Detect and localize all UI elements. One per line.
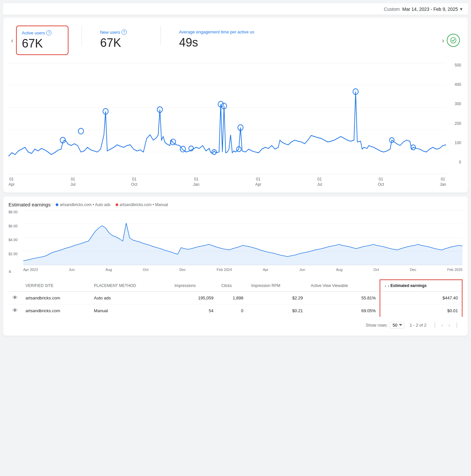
metric-active-users-value: 67K	[22, 37, 63, 50]
row-rpm-0: $2.29	[247, 292, 307, 304]
metric-active-users[interactable]: Active users ? 67K	[16, 26, 68, 55]
date-range-value[interactable]: Mar 14, 2023 - Feb 9, 2025 ▾	[402, 6, 462, 12]
hamburger-icon[interactable]: ≡	[9, 269, 11, 274]
col-header-clicks[interactable]: Clicks	[217, 280, 247, 292]
prev-page-button[interactable]: ‹	[439, 321, 445, 329]
legend-dot-manual	[116, 203, 118, 206]
col-header-viewable[interactable]: Active View Viewable	[307, 280, 380, 292]
earnings-chart: $8.00 $6.00 $4.00 $2.00 ≡ Apr 2023 Jun A…	[9, 210, 462, 276]
analytics-card: ‹ Active users ? 67K New users ? 67K	[3, 18, 468, 193]
rows-dropdown[interactable]: 50	[390, 322, 405, 329]
metric-new-users-label: New users ?	[100, 29, 142, 35]
y-axis-labels: 500 400 300 200 100 0	[455, 63, 461, 164]
earnings-card: Estimated earnings artsandbricks.com • A…	[3, 197, 468, 336]
row-eye-1[interactable]: 👁	[9, 304, 22, 317]
x-label-5: 01 Jul	[317, 177, 322, 187]
last-page-button[interactable]: ⟩	[454, 321, 460, 329]
check-status-icon	[447, 34, 460, 47]
metric-engagement-label: Average engagement time per active us	[179, 29, 254, 34]
metric-engagement-value: 49s	[179, 36, 254, 49]
earnings-header: Estimated earnings artsandbricks.com • A…	[9, 202, 462, 207]
metric-new-users[interactable]: New users ? 67K	[95, 26, 147, 55]
legend-manual: artsandbricks.com • Manual	[116, 202, 168, 207]
row-eye-0[interactable]: 👁	[9, 292, 22, 304]
earnings-y-labels: $8.00 $6.00 $4.00 $2.00	[9, 210, 23, 266]
metrics-items: Active users ? 67K New users ? 67K Avera…	[16, 26, 440, 55]
svg-marker-27	[23, 223, 462, 265]
row-clicks-1: 0	[217, 304, 247, 317]
metric-separator-1	[82, 26, 82, 45]
metric-new-users-value: 67K	[100, 36, 142, 50]
row-site-0: artsandbricks.com	[22, 292, 90, 304]
x-label-3: 01 Jan	[193, 177, 199, 187]
table-row: 👁 artsandbricks.com Auto ads 195,059 1,8…	[9, 292, 462, 304]
eye-icon-1[interactable]: 👁	[12, 308, 18, 313]
row-clicks-0: 1,898	[217, 292, 247, 304]
svg-point-12	[180, 146, 185, 152]
check-mark-svg	[450, 37, 457, 44]
metric-engagement-time[interactable]: Average engagement time per active us 49…	[174, 26, 260, 55]
x-axis-labels: 01 Apr 01 Jul 01 Oct 01 Jan 01 Apr 01 Ju…	[9, 176, 446, 187]
table-row: 👁 artsandbricks.com Manual 54 0 $0.21 69…	[9, 304, 462, 317]
date-range-bar: Custom Mar 14, 2023 - Feb 9, 2025 ▾	[3, 3, 468, 15]
metrics-prev-button[interactable]: ‹	[9, 34, 16, 47]
x-label-1: 01 Jul	[70, 177, 75, 187]
show-rows-label: Show rows:	[366, 323, 387, 328]
eye-icon-0[interactable]: 👁	[12, 295, 18, 300]
first-page-button[interactable]: ⟨	[432, 321, 438, 329]
date-range-chevron-icon[interactable]: ▾	[460, 6, 462, 12]
metrics-row: ‹ Active users ? 67K New users ? 67K	[9, 23, 462, 60]
main-chart-svg	[9, 63, 446, 174]
rows-selector: Show rows: 50	[366, 322, 404, 329]
row-method-1: Manual	[90, 304, 171, 317]
svg-point-11	[170, 139, 176, 145]
active-users-help-icon[interactable]: ?	[46, 30, 51, 35]
x-label-0: 01 Apr	[9, 177, 15, 187]
row-site-1: artsandbricks.com	[22, 304, 90, 317]
x-label-2: 01 Oct	[131, 177, 138, 187]
row-rpm-1: $0.21	[247, 304, 307, 317]
metric-separator-2	[160, 26, 161, 45]
col-header-eye	[9, 280, 22, 292]
row-viewable-0: 55.81%	[307, 292, 380, 304]
table-header-row: VERIFIED SITE PLACEMENT METHOD Impressio…	[9, 280, 462, 292]
next-page-button[interactable]: ›	[446, 321, 452, 329]
earnings-chart-svg	[23, 210, 462, 266]
col-header-rpm[interactable]: Impression RPM	[247, 280, 307, 292]
earnings-x-labels: Apr 2023 Jun Aug Oct Dec Feb 2024 Apr Ju…	[23, 266, 462, 276]
date-range-label: Custom	[384, 7, 400, 12]
sort-arrow-icon: ↓	[384, 283, 387, 288]
pagination-row: Show rows: 50 1 - 2 of 2 ⟨ ‹ › ⟩	[9, 317, 462, 331]
earnings-table: VERIFIED SITE PLACEMENT METHOD Impressio…	[9, 279, 462, 317]
row-earnings-1: $0.01	[380, 304, 462, 317]
x-label-7: 01 Jan	[440, 177, 446, 187]
row-impressions-1: 54	[171, 304, 217, 317]
row-impressions-0: 195,059	[171, 292, 217, 304]
x-label-6: 01 Oct	[378, 177, 384, 187]
col-header-impressions[interactable]: Impressions	[171, 280, 217, 292]
row-earnings-0: $447.40	[380, 292, 462, 304]
legend-auto-ads: artsandbricks.com • Auto ads	[56, 202, 110, 207]
col-header-site[interactable]: VERIFIED SITE	[22, 280, 90, 292]
pagination-buttons: ⟨ ‹ › ⟩	[432, 321, 460, 329]
page-info: 1 - 2 of 2	[410, 323, 426, 328]
row-viewable-1: 69.05%	[307, 304, 380, 317]
col-header-earnings[interactable]: ↓ ↓ Estimated earnings	[380, 280, 462, 292]
metrics-next-button[interactable]: ›	[439, 34, 447, 47]
x-label-4: 01 Apr	[255, 177, 261, 187]
main-chart: 500 400 300 200 100 0 01 Apr 01 Jul 01 O…	[9, 63, 462, 187]
col-header-method[interactable]: PLACEMENT METHOD	[90, 280, 171, 292]
svg-point-8	[78, 128, 84, 134]
row-method-0: Auto ads	[90, 292, 171, 304]
earnings-title: Estimated earnings	[9, 202, 50, 207]
new-users-help-icon[interactable]: ?	[122, 29, 127, 35]
metric-active-users-label: Active users ?	[22, 30, 63, 35]
svg-point-0	[451, 38, 456, 43]
legend-dot-auto	[56, 203, 58, 206]
